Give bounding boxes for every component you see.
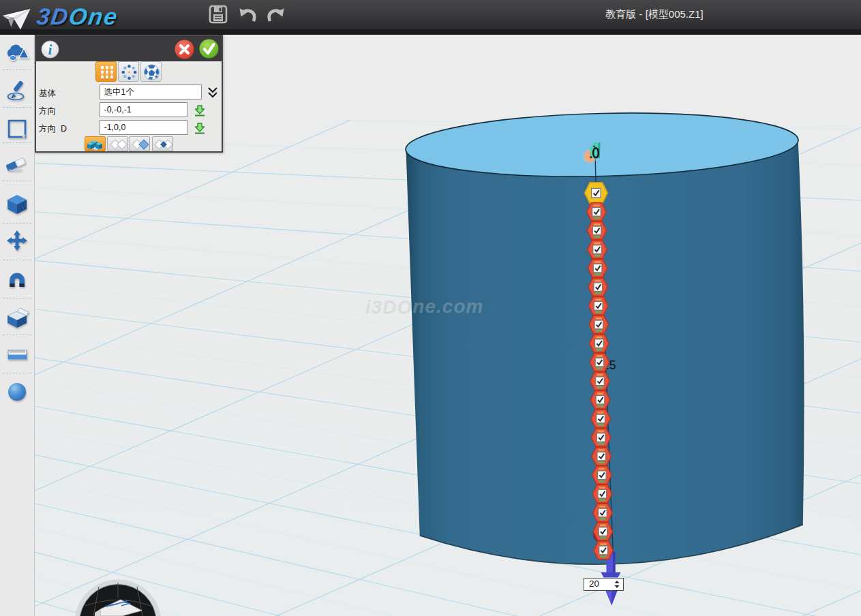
svg-text:i: i	[48, 42, 52, 57]
